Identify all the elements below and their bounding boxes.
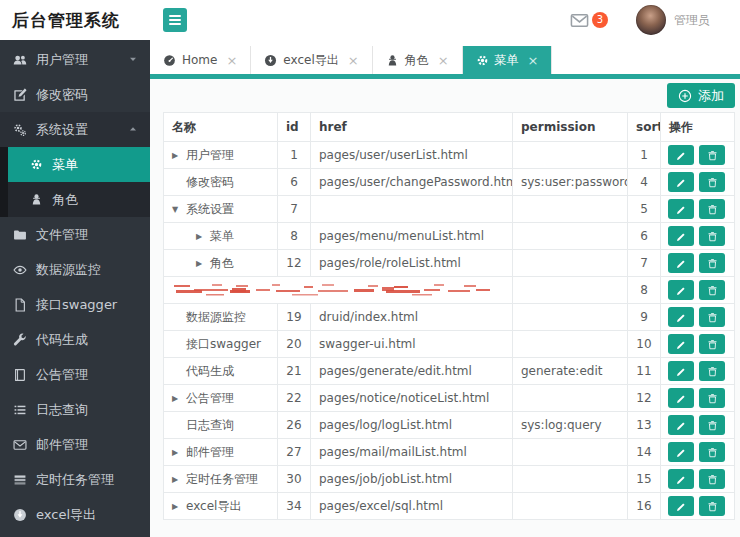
sidebar-toggle-button[interactable] bbox=[163, 8, 187, 32]
folder-icon bbox=[13, 228, 27, 242]
column-header-name: 名称 bbox=[164, 113, 278, 142]
tree-collapsed-arrow-icon[interactable]: ▶ bbox=[172, 151, 186, 160]
delete-button[interactable] bbox=[699, 442, 725, 462]
sidebar-item-mail-management[interactable]: 邮件管理 bbox=[0, 427, 150, 462]
table-row: 日志查询26pages/log/logList.htmlsys:log:quer… bbox=[164, 412, 735, 439]
tree-collapsed-arrow-icon[interactable]: ▶ bbox=[172, 502, 186, 511]
trash-icon bbox=[707, 177, 718, 188]
sidebar-item-log-query[interactable]: 日志查询 bbox=[0, 392, 150, 427]
edit-button[interactable] bbox=[668, 172, 694, 192]
delete-button[interactable] bbox=[699, 361, 725, 381]
sidebar-item-user-management[interactable]: 用户管理 bbox=[0, 42, 150, 77]
delete-button[interactable] bbox=[699, 415, 725, 435]
cell-permission: sys:user:password bbox=[513, 169, 628, 196]
table-row: ▶邮件管理27pages/mail/mailList.html14 bbox=[164, 439, 735, 466]
delete-button[interactable] bbox=[699, 145, 725, 165]
tree-collapsed-arrow-icon[interactable]: ▶ bbox=[196, 259, 210, 268]
delete-button[interactable] bbox=[699, 469, 725, 489]
add-button[interactable]: 添加 bbox=[667, 83, 735, 108]
edit-button[interactable] bbox=[668, 253, 694, 273]
delete-button[interactable] bbox=[699, 280, 725, 300]
cell-name: 代码生成 bbox=[164, 358, 278, 385]
delete-button[interactable] bbox=[699, 172, 725, 192]
sidebar-item-notice-management[interactable]: 公告管理 bbox=[0, 357, 150, 392]
edit-button[interactable] bbox=[668, 496, 694, 516]
sidebar-item-swagger-api[interactable]: 接口swagger bbox=[0, 287, 150, 322]
tab-role[interactable]: 角色× bbox=[373, 46, 463, 74]
sidebar-item-system-settings[interactable]: 系统设置 bbox=[0, 112, 150, 147]
cell-href: pages/menu/menuList.html bbox=[311, 223, 513, 250]
sidebar-item-label: 公告管理 bbox=[36, 366, 88, 384]
tab-label: excel导出 bbox=[283, 52, 338, 69]
tab-label: 菜单 bbox=[495, 52, 519, 69]
tab-excel-export[interactable]: excel导出× bbox=[251, 46, 372, 74]
trash-icon bbox=[707, 258, 718, 269]
tab-close-icon[interactable]: × bbox=[438, 54, 449, 67]
edit-button[interactable] bbox=[668, 415, 694, 435]
avatar[interactable] bbox=[636, 5, 666, 35]
main-content: Home×excel导出×角色×菜单× 添加 名称idhrefpermissio… bbox=[150, 40, 740, 537]
delete-button[interactable] bbox=[699, 388, 725, 408]
cell-permission: sys:log:query bbox=[513, 412, 628, 439]
cell-sort: 9 bbox=[628, 304, 661, 331]
delete-button[interactable] bbox=[699, 334, 725, 354]
tree-expanded-arrow-icon[interactable]: ▼ bbox=[172, 205, 186, 214]
delete-button[interactable] bbox=[699, 253, 725, 273]
delete-button[interactable] bbox=[699, 307, 725, 327]
tree-collapsed-arrow-icon[interactable]: ▶ bbox=[172, 475, 186, 484]
delete-button[interactable] bbox=[699, 199, 725, 219]
sidebar-item-datasource-monitor[interactable]: 数据源监控 bbox=[0, 252, 150, 287]
tree-collapsed-arrow-icon[interactable]: ▶ bbox=[196, 232, 210, 241]
sidebar-item-file-management[interactable]: 文件管理 bbox=[0, 217, 150, 252]
pencil-icon bbox=[676, 501, 687, 512]
pencil-icon bbox=[676, 366, 687, 377]
trash-icon bbox=[707, 150, 718, 161]
cell-permission: generate:edit bbox=[513, 358, 628, 385]
edit-button[interactable] bbox=[668, 334, 694, 354]
table-row: ▶角色12pages/role/roleList.html7 bbox=[164, 250, 735, 277]
edit-button[interactable] bbox=[668, 361, 694, 381]
tab-close-icon[interactable]: × bbox=[226, 54, 237, 67]
cell-name: ▶定时任务管理 bbox=[164, 466, 278, 493]
cell-name: ▶excel导出 bbox=[164, 493, 278, 520]
tab-menu[interactable]: 菜单× bbox=[463, 46, 553, 74]
cell-href bbox=[311, 196, 513, 223]
cell-permission bbox=[513, 331, 628, 358]
tree-collapsed-arrow-icon[interactable]: ▶ bbox=[172, 448, 186, 457]
pencil-icon bbox=[676, 150, 687, 161]
sidebar-item-excel-export[interactable]: excel导出 bbox=[0, 497, 150, 532]
delete-button[interactable] bbox=[699, 226, 725, 246]
tree-collapsed-arrow-icon[interactable]: ▶ bbox=[172, 394, 186, 403]
cell-id: 34 bbox=[278, 493, 311, 520]
cell-name: ▼系统设置 bbox=[164, 196, 278, 223]
tab-home[interactable]: Home× bbox=[150, 46, 251, 74]
edit-button[interactable] bbox=[668, 280, 694, 300]
tab-close-icon[interactable]: × bbox=[348, 54, 359, 67]
delete-button[interactable] bbox=[699, 496, 725, 516]
edit-button[interactable] bbox=[668, 469, 694, 489]
edit-button[interactable] bbox=[668, 226, 694, 246]
sidebar-item-job-management[interactable]: 定时任务管理 bbox=[0, 462, 150, 497]
messages-envelope-icon[interactable] bbox=[570, 11, 589, 30]
edit-button[interactable] bbox=[668, 388, 694, 408]
tab-close-icon[interactable]: × bbox=[528, 54, 539, 67]
cell-name: ▶邮件管理 bbox=[164, 439, 278, 466]
plus-circle-icon bbox=[678, 89, 692, 103]
sidebar-item-change-password[interactable]: 修改密码 bbox=[0, 77, 150, 112]
book-icon bbox=[13, 368, 27, 382]
pencil-icon bbox=[676, 447, 687, 458]
cell-href: pages/user/changePassword.html bbox=[311, 169, 513, 196]
tab-label: Home bbox=[182, 53, 217, 67]
sidebar-item-code-generation[interactable]: 代码生成 bbox=[0, 322, 150, 357]
cell-actions bbox=[661, 439, 735, 466]
cell-sort: 1 bbox=[628, 142, 661, 169]
sidebar: 用户管理修改密码系统设置菜单角色文件管理数据源监控接口swagger代码生成公告… bbox=[0, 40, 150, 537]
notification-badge[interactable]: 3 bbox=[592, 12, 608, 28]
sidebar-item-label: 文件管理 bbox=[36, 226, 88, 244]
edit-button[interactable] bbox=[668, 145, 694, 165]
sidebar-subitem-menu[interactable]: 菜单 bbox=[0, 147, 150, 182]
edit-button[interactable] bbox=[668, 442, 694, 462]
edit-button[interactable] bbox=[668, 307, 694, 327]
edit-button[interactable] bbox=[668, 199, 694, 219]
sidebar-subitem-role[interactable]: 角色 bbox=[0, 182, 150, 217]
